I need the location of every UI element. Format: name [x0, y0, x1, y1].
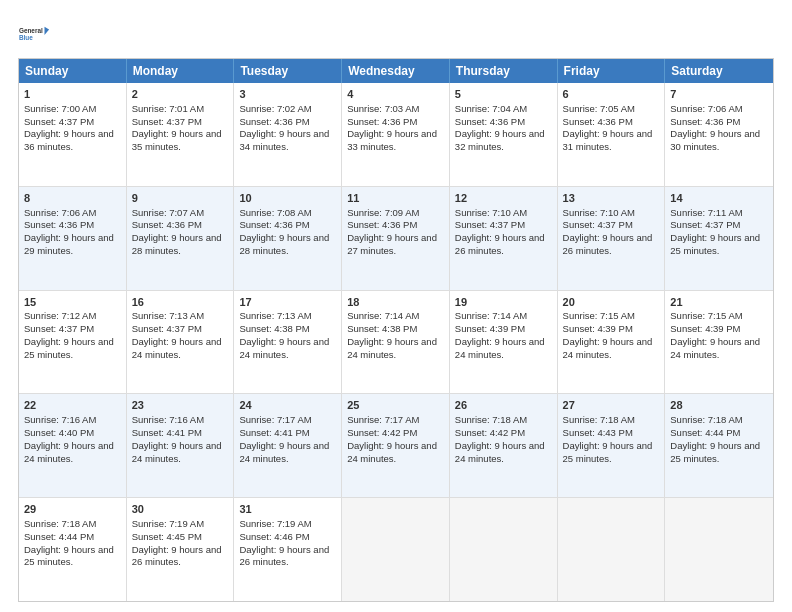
day-number: 5 [455, 87, 552, 102]
sunrise-text: Sunrise: 7:09 AM [347, 207, 444, 220]
day-number: 22 [24, 398, 121, 413]
day-number: 26 [455, 398, 552, 413]
calendar-cell: 3Sunrise: 7:02 AMSunset: 4:36 PMDaylight… [234, 83, 342, 186]
day-number: 14 [670, 191, 768, 206]
sunrise-text: Sunrise: 7:08 AM [239, 207, 336, 220]
daylight-text: Daylight: 9 hours and 26 minutes. [132, 544, 229, 570]
daylight-text: Daylight: 9 hours and 26 minutes. [563, 232, 660, 258]
day-number: 28 [670, 398, 768, 413]
daylight-text: Daylight: 9 hours and 25 minutes. [24, 544, 121, 570]
calendar-cell: 1Sunrise: 7:00 AMSunset: 4:37 PMDaylight… [19, 83, 127, 186]
day-number: 21 [670, 295, 768, 310]
sunrise-text: Sunrise: 7:11 AM [670, 207, 768, 220]
sunrise-text: Sunrise: 7:06 AM [24, 207, 121, 220]
calendar-week-row: 15Sunrise: 7:12 AMSunset: 4:37 PMDayligh… [19, 290, 773, 394]
day-number: 25 [347, 398, 444, 413]
calendar-header-day: Monday [127, 59, 235, 83]
sunset-text: Sunset: 4:43 PM [563, 427, 660, 440]
sunrise-text: Sunrise: 7:18 AM [455, 414, 552, 427]
sunset-text: Sunset: 4:39 PM [563, 323, 660, 336]
daylight-text: Daylight: 9 hours and 24 minutes. [455, 336, 552, 362]
day-number: 31 [239, 502, 336, 517]
daylight-text: Daylight: 9 hours and 30 minutes. [670, 128, 768, 154]
daylight-text: Daylight: 9 hours and 25 minutes. [670, 440, 768, 466]
calendar-cell: 18Sunrise: 7:14 AMSunset: 4:38 PMDayligh… [342, 291, 450, 394]
svg-text:Blue: Blue [19, 34, 33, 41]
logo-icon: GeneralBlue [18, 18, 50, 50]
day-number: 17 [239, 295, 336, 310]
calendar-cell: 22Sunrise: 7:16 AMSunset: 4:40 PMDayligh… [19, 394, 127, 497]
sunset-text: Sunset: 4:41 PM [132, 427, 229, 440]
daylight-text: Daylight: 9 hours and 24 minutes. [239, 336, 336, 362]
day-number: 15 [24, 295, 121, 310]
calendar-cell: 13Sunrise: 7:10 AMSunset: 4:37 PMDayligh… [558, 187, 666, 290]
day-number: 27 [563, 398, 660, 413]
sunrise-text: Sunrise: 7:16 AM [24, 414, 121, 427]
calendar-cell: 20Sunrise: 7:15 AMSunset: 4:39 PMDayligh… [558, 291, 666, 394]
sunrise-text: Sunrise: 7:18 AM [670, 414, 768, 427]
calendar-cell: 12Sunrise: 7:10 AMSunset: 4:37 PMDayligh… [450, 187, 558, 290]
sunrise-text: Sunrise: 7:19 AM [239, 518, 336, 531]
daylight-text: Daylight: 9 hours and 25 minutes. [24, 336, 121, 362]
daylight-text: Daylight: 9 hours and 36 minutes. [24, 128, 121, 154]
sunrise-text: Sunrise: 7:12 AM [24, 310, 121, 323]
sunset-text: Sunset: 4:38 PM [239, 323, 336, 336]
sunset-text: Sunset: 4:37 PM [455, 219, 552, 232]
calendar-cell: 27Sunrise: 7:18 AMSunset: 4:43 PMDayligh… [558, 394, 666, 497]
day-number: 19 [455, 295, 552, 310]
calendar-header-day: Wednesday [342, 59, 450, 83]
calendar-cell: 7Sunrise: 7:06 AMSunset: 4:36 PMDaylight… [665, 83, 773, 186]
day-number: 3 [239, 87, 336, 102]
day-number: 4 [347, 87, 444, 102]
calendar-cell [558, 498, 666, 601]
calendar-week-row: 29Sunrise: 7:18 AMSunset: 4:44 PMDayligh… [19, 497, 773, 601]
calendar-cell: 10Sunrise: 7:08 AMSunset: 4:36 PMDayligh… [234, 187, 342, 290]
calendar-cell: 28Sunrise: 7:18 AMSunset: 4:44 PMDayligh… [665, 394, 773, 497]
calendar-cell: 6Sunrise: 7:05 AMSunset: 4:36 PMDaylight… [558, 83, 666, 186]
day-number: 6 [563, 87, 660, 102]
sunrise-text: Sunrise: 7:07 AM [132, 207, 229, 220]
day-number: 10 [239, 191, 336, 206]
calendar-cell: 11Sunrise: 7:09 AMSunset: 4:36 PMDayligh… [342, 187, 450, 290]
daylight-text: Daylight: 9 hours and 35 minutes. [132, 128, 229, 154]
sunrise-text: Sunrise: 7:03 AM [347, 103, 444, 116]
sunset-text: Sunset: 4:36 PM [670, 116, 768, 129]
day-number: 16 [132, 295, 229, 310]
sunset-text: Sunset: 4:37 PM [563, 219, 660, 232]
sunrise-text: Sunrise: 7:15 AM [563, 310, 660, 323]
calendar-cell: 5Sunrise: 7:04 AMSunset: 4:36 PMDaylight… [450, 83, 558, 186]
calendar-cell: 21Sunrise: 7:15 AMSunset: 4:39 PMDayligh… [665, 291, 773, 394]
svg-marker-2 [45, 27, 50, 35]
day-number: 24 [239, 398, 336, 413]
calendar-header-day: Tuesday [234, 59, 342, 83]
daylight-text: Daylight: 9 hours and 24 minutes. [24, 440, 121, 466]
day-number: 7 [670, 87, 768, 102]
sunset-text: Sunset: 4:36 PM [347, 116, 444, 129]
sunset-text: Sunset: 4:36 PM [455, 116, 552, 129]
day-number: 8 [24, 191, 121, 206]
calendar-cell [665, 498, 773, 601]
calendar-week-row: 1Sunrise: 7:00 AMSunset: 4:37 PMDaylight… [19, 83, 773, 186]
calendar-cell: 31Sunrise: 7:19 AMSunset: 4:46 PMDayligh… [234, 498, 342, 601]
sunset-text: Sunset: 4:40 PM [24, 427, 121, 440]
sunset-text: Sunset: 4:37 PM [670, 219, 768, 232]
calendar-cell: 8Sunrise: 7:06 AMSunset: 4:36 PMDaylight… [19, 187, 127, 290]
sunrise-text: Sunrise: 7:16 AM [132, 414, 229, 427]
sunset-text: Sunset: 4:36 PM [239, 219, 336, 232]
calendar-cell: 25Sunrise: 7:17 AMSunset: 4:42 PMDayligh… [342, 394, 450, 497]
daylight-text: Daylight: 9 hours and 24 minutes. [347, 440, 444, 466]
sunset-text: Sunset: 4:45 PM [132, 531, 229, 544]
calendar-cell: 17Sunrise: 7:13 AMSunset: 4:38 PMDayligh… [234, 291, 342, 394]
sunset-text: Sunset: 4:36 PM [347, 219, 444, 232]
sunrise-text: Sunrise: 7:10 AM [563, 207, 660, 220]
calendar-header-day: Friday [558, 59, 666, 83]
calendar-week-row: 22Sunrise: 7:16 AMSunset: 4:40 PMDayligh… [19, 393, 773, 497]
sunrise-text: Sunrise: 7:04 AM [455, 103, 552, 116]
sunrise-text: Sunrise: 7:13 AM [239, 310, 336, 323]
daylight-text: Daylight: 9 hours and 24 minutes. [670, 336, 768, 362]
sunset-text: Sunset: 4:37 PM [132, 323, 229, 336]
daylight-text: Daylight: 9 hours and 28 minutes. [239, 232, 336, 258]
daylight-text: Daylight: 9 hours and 24 minutes. [347, 336, 444, 362]
sunset-text: Sunset: 4:46 PM [239, 531, 336, 544]
calendar-cell: 15Sunrise: 7:12 AMSunset: 4:37 PMDayligh… [19, 291, 127, 394]
